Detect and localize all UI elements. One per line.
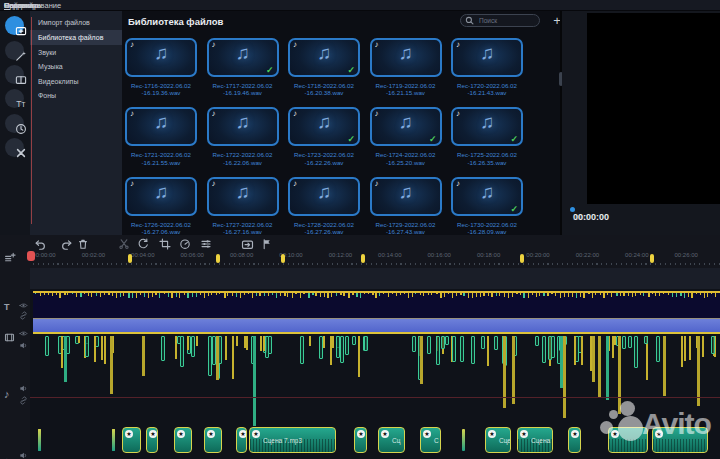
transition-button[interactable] [239,237,255,251]
clip-label: Сц [392,437,400,444]
scene-clip[interactable]: ★Сцена 7.mp3 [249,427,336,453]
file-name-line1: Rec-1725-2022.06.02 [444,151,530,159]
rail-titles-button[interactable]: Тт [5,89,24,108]
micro-bar [635,293,636,296]
rail-transitions-button[interactable] [5,65,24,84]
scene-clip[interactable]: ★ [146,427,158,453]
timeline-marker[interactable] [650,254,654,263]
micro-bar [91,293,92,297]
nav-item-3[interactable]: Звуки [30,45,122,60]
timeline-marker[interactable] [216,254,220,263]
file-tile[interactable]: ♪♫ [207,107,279,146]
micro-bar [123,293,124,296]
timeline-marker[interactable] [361,254,365,263]
file-tile[interactable]: ♪♫✓ [451,107,523,146]
scene-clip[interactable]: ★ [122,427,141,453]
track-separator-line [30,397,720,398]
timeline-marker[interactable] [128,254,132,263]
micro-bar [428,293,429,295]
file-tile[interactable]: ♪♫ [207,177,279,216]
micro-bar [396,293,397,296]
timecode-main: 00:00:00 [573,212,609,222]
scene-clip[interactable]: ★С [568,427,581,453]
file-tile[interactable]: ♪♫ [370,38,442,77]
scene-clip[interactable]: ★С [420,427,441,453]
file-name-line1: Rec-1718-2022.06.02 [281,82,367,90]
redo-button[interactable] [58,237,74,251]
flag-button[interactable] [259,237,275,251]
wave-bar [481,336,485,349]
file-tile[interactable]: ♪♫ [125,177,197,216]
file-tile[interactable]: ♪♫✓ [288,38,360,77]
file-tile[interactable]: ♪♫ [288,177,360,216]
nav-item-1[interactable]: Импорт файлов [30,15,122,30]
search-input[interactable] [477,16,537,25]
wave-bar [471,336,475,364]
nav-item-5[interactable]: Видеоклипы [30,74,122,89]
micro-bar [136,293,137,298]
scene-clip[interactable]: ★Сц [378,427,405,453]
file-tile[interactable]: ♪♫ [125,38,197,77]
scene-clip[interactable]: ★ [174,427,192,453]
track-headers: T♪♪ [0,268,30,459]
scene-clip[interactable]: ★ [204,427,222,453]
rail-more-tools-button[interactable] [5,138,24,157]
selected-check-icon: ✓ [429,134,437,144]
micro-bar [340,293,341,295]
file-tile[interactable]: ♪♫ [370,177,442,216]
crop-button[interactable] [157,237,173,251]
clip-label: С [434,437,439,444]
wave-bar [78,336,80,343]
speed-button[interactable] [177,237,193,251]
scene-clip[interactable]: ★ [354,427,367,453]
micro-bar [56,293,57,295]
micro-bar [364,293,365,294]
linked-audio-clip[interactable] [33,318,720,334]
wave-bar [85,336,89,357]
ruler-label: 00:00:00 [32,252,55,258]
selected-check-icon: ✓ [347,65,355,75]
rotate-button[interactable] [135,237,151,251]
playhead-handle[interactable] [27,251,35,261]
undo-button[interactable] [32,237,48,251]
titles-track-lane[interactable] [30,268,720,289]
timeline-marker[interactable] [520,254,524,263]
file-name: Rec-1723-2022.06.02-16.22.26.wav [281,151,367,166]
nav-item-6[interactable]: Фоны [30,88,122,103]
nav-item-4[interactable]: Музыка [30,59,122,74]
file-name-line2: -16.19.36.wav [122,89,204,97]
scene-clip[interactable]: ★Сцена [517,427,553,453]
svg-text:Тт: Тт [16,99,25,109]
favorite-star-badge: ★ [149,430,157,438]
file-name-line2: -16.21.43.wav [444,89,530,97]
rail-history-clock-button[interactable] [5,114,24,133]
micro-bar [252,293,253,298]
file-tile[interactable]: ♪♫✓ [207,38,279,77]
properties-button[interactable] [198,237,214,251]
menu-item-6[interactable]: Справка [4,1,33,10]
timeline-marker[interactable] [281,254,285,263]
micro-bar [668,293,669,295]
file-tile[interactable]: ♪♫✓ [288,107,360,146]
file-tile[interactable]: ♪♫✓ [451,177,523,216]
clip-label: Сцена [531,437,550,444]
file-tile[interactable]: ♪♫ [451,38,523,77]
nav-item-2[interactable]: Библиотека файлов [30,30,122,45]
micro-bar [532,293,533,295]
music-note-icon: ♫ [209,111,277,133]
file-tile[interactable]: ♪♫✓ [370,107,442,146]
rail-import-media-button[interactable] [5,16,24,35]
file-tile[interactable]: ♪♫ [125,107,197,146]
video-audio-clip[interactable] [33,291,720,318]
scene-clip[interactable]: ★Сце [485,427,511,453]
scene-clip[interactable]: ★ [236,427,247,453]
micro-bar [264,293,265,296]
micro-bar [192,293,193,297]
micro-bar [456,293,457,296]
trash-button[interactable] [75,237,91,251]
micro-bar [528,293,529,298]
micro-bar [152,293,153,297]
micro-bar [691,293,692,298]
search-box[interactable] [460,14,540,27]
rail-filters-wand-button[interactable] [5,41,24,60]
